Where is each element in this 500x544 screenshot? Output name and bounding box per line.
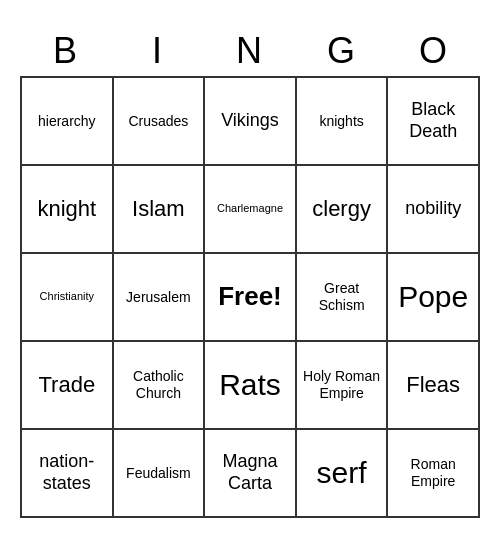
bingo-cell-6: Islam xyxy=(114,166,206,254)
cell-text-13: Great Schism xyxy=(301,280,383,314)
cell-text-5: knight xyxy=(37,196,96,222)
bingo-cell-15: Trade xyxy=(22,342,114,430)
cell-text-17: Rats xyxy=(219,367,281,403)
cell-text-4: Black Death xyxy=(392,99,474,142)
bingo-cell-4: Black Death xyxy=(388,78,480,166)
cell-text-24: Roman Empire xyxy=(392,456,474,490)
cell-text-12: Free! xyxy=(218,281,282,312)
bingo-cell-2: Vikings xyxy=(205,78,297,166)
header-letter-N: N xyxy=(204,26,296,76)
header-letter-G: G xyxy=(296,26,388,76)
cell-text-2: Vikings xyxy=(221,110,279,132)
bingo-header: BINGO xyxy=(20,26,480,76)
bingo-cell-13: Great Schism xyxy=(297,254,389,342)
cell-text-16: Catholic Church xyxy=(118,368,200,402)
bingo-cell-21: Feudalism xyxy=(114,430,206,518)
bingo-cell-22: Magna Carta xyxy=(205,430,297,518)
cell-text-19: Fleas xyxy=(406,372,460,398)
cell-text-18: Holy Roman Empire xyxy=(301,368,383,402)
cell-text-7: Charlemagne xyxy=(217,202,283,215)
cell-text-23: serf xyxy=(317,455,367,491)
cell-text-21: Feudalism xyxy=(126,465,191,482)
bingo-cell-16: Catholic Church xyxy=(114,342,206,430)
cell-text-11: Jerusalem xyxy=(126,289,191,306)
bingo-cell-14: Pope xyxy=(388,254,480,342)
cell-text-0: hierarchy xyxy=(38,113,96,130)
cell-text-1: Crusades xyxy=(128,113,188,130)
cell-text-8: clergy xyxy=(312,196,371,222)
cell-text-20: nation-states xyxy=(26,451,108,494)
bingo-cell-18: Holy Roman Empire xyxy=(297,342,389,430)
bingo-cell-0: hierarchy xyxy=(22,78,114,166)
header-letter-O: O xyxy=(388,26,480,76)
bingo-cell-23: serf xyxy=(297,430,389,518)
cell-text-9: nobility xyxy=(405,198,461,220)
bingo-cell-9: nobility xyxy=(388,166,480,254)
bingo-cell-7: Charlemagne xyxy=(205,166,297,254)
header-letter-B: B xyxy=(20,26,112,76)
bingo-cell-10: Christianity xyxy=(22,254,114,342)
cell-text-14: Pope xyxy=(398,279,468,315)
header-letter-I: I xyxy=(112,26,204,76)
bingo-cell-8: clergy xyxy=(297,166,389,254)
bingo-grid: hierarchyCrusadesVikingsknightsBlack Dea… xyxy=(20,76,480,518)
cell-text-10: Christianity xyxy=(40,290,94,303)
cell-text-3: knights xyxy=(319,113,363,130)
cell-text-15: Trade xyxy=(38,372,95,398)
bingo-card: BINGO hierarchyCrusadesVikingsknightsBla… xyxy=(10,16,490,528)
bingo-cell-20: nation-states xyxy=(22,430,114,518)
bingo-cell-24: Roman Empire xyxy=(388,430,480,518)
bingo-cell-19: Fleas xyxy=(388,342,480,430)
bingo-cell-12: Free! xyxy=(205,254,297,342)
bingo-cell-1: Crusades xyxy=(114,78,206,166)
cell-text-22: Magna Carta xyxy=(209,451,291,494)
bingo-cell-5: knight xyxy=(22,166,114,254)
bingo-cell-11: Jerusalem xyxy=(114,254,206,342)
cell-text-6: Islam xyxy=(132,196,185,222)
bingo-cell-3: knights xyxy=(297,78,389,166)
bingo-cell-17: Rats xyxy=(205,342,297,430)
